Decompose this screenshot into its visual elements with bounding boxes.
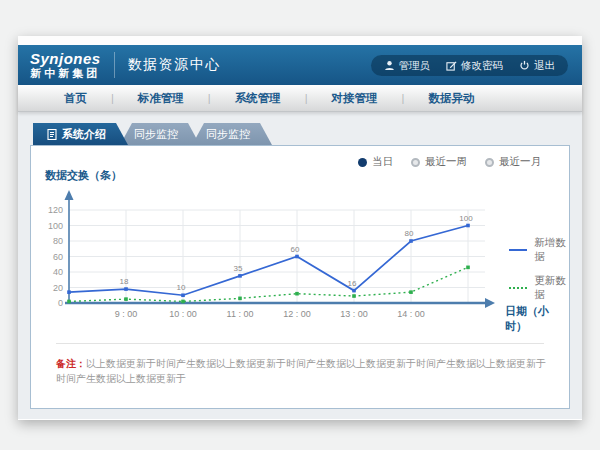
content-area: 系统介绍 同步监控 同步监控 当日 最近一周 xyxy=(18,112,582,419)
logo-text-en: Synjones xyxy=(30,51,101,66)
current-user-label: 管理员 xyxy=(399,59,431,73)
app-window: Synjones 新中新集团 数据资源中心 管理员 修改密码 xyxy=(18,36,582,420)
radio-last-week[interactable]: 最近一周 xyxy=(411,155,467,169)
footnote-text: 以上数据更新于时间产生数据以上数据更新于时间产生数据以上数据更新于时间产生数据以… xyxy=(56,358,546,384)
svg-text:40: 40 xyxy=(53,267,63,277)
power-icon xyxy=(519,60,530,71)
logout-button[interactable]: 退出 xyxy=(519,59,555,73)
nav-item-standards[interactable]: 标准管理 xyxy=(114,91,208,106)
legend-label: 更新数据 xyxy=(534,274,569,302)
svg-text:60: 60 xyxy=(53,252,63,262)
radio-unselected-icon[interactable] xyxy=(485,158,494,167)
page-title: 数据资源中心 xyxy=(128,56,221,74)
svg-text:80: 80 xyxy=(53,236,63,246)
radio-label: 最近一月 xyxy=(499,155,541,169)
y-axis-title: 数据交换（条） xyxy=(45,168,122,183)
company-logo: Synjones 新中新集团 xyxy=(30,51,101,79)
radio-label: 当日 xyxy=(372,155,393,169)
nav-item-home[interactable]: 首页 xyxy=(40,91,111,106)
chart-panel: 当日 最近一周 最近一月 数据交换（条） 0204060801001209 : … xyxy=(30,145,570,409)
svg-text:12 : 00: 12 : 00 xyxy=(283,309,311,319)
svg-text:9 : 00: 9 : 00 xyxy=(115,309,138,319)
svg-text:16: 16 xyxy=(348,279,357,288)
logo-text-cn: 新中新集团 xyxy=(30,68,100,79)
user-icon xyxy=(384,60,395,71)
nav-item-system[interactable]: 系统管理 xyxy=(211,91,305,106)
radio-unselected-icon[interactable] xyxy=(411,158,420,167)
svg-text:120: 120 xyxy=(48,205,63,215)
svg-text:10 : 00: 10 : 00 xyxy=(169,309,197,319)
current-user-button[interactable]: 管理员 xyxy=(384,59,431,73)
svg-text:60: 60 xyxy=(291,245,300,254)
tab-label: 系统介绍 xyxy=(62,123,106,145)
tab-label: 同步监控 xyxy=(134,128,178,140)
main-nav: 首页 | 标准管理 | 系统管理 | 对接管理 | 数据异动 xyxy=(18,85,582,112)
header: Synjones 新中新集团 数据资源中心 管理员 修改密码 xyxy=(18,45,582,85)
tab-sync-monitor-2[interactable]: 同步监控 xyxy=(192,123,272,145)
svg-text:35: 35 xyxy=(234,264,243,273)
change-password-button[interactable]: 修改密码 xyxy=(446,59,503,73)
radio-last-month[interactable]: 最近一月 xyxy=(485,155,541,169)
legend-label: 新增数据 xyxy=(534,236,569,264)
time-range-filter: 当日 最近一周 最近一月 xyxy=(358,155,541,169)
legend-item-updated-data: 更新数据 xyxy=(509,274,569,302)
nav-item-integration[interactable]: 对接管理 xyxy=(308,91,402,106)
tab-bar: 系统介绍 同步监控 同步监控 xyxy=(33,123,582,145)
logout-label: 退出 xyxy=(534,59,555,73)
user-toolbar: 管理员 修改密码 退出 xyxy=(371,55,569,76)
footnote-prefix: 备注： xyxy=(56,358,86,369)
header-divider xyxy=(114,52,115,78)
radio-selected-icon[interactable] xyxy=(358,158,367,167)
svg-text:100: 100 xyxy=(459,214,473,223)
window-top-strip xyxy=(18,36,582,45)
svg-text:11 : 00: 11 : 00 xyxy=(227,309,254,319)
chart-legend: 新增数据 更新数据 xyxy=(509,236,569,302)
radio-today[interactable]: 当日 xyxy=(358,155,393,169)
x-axis-title: 日期（小时） xyxy=(505,304,569,334)
change-password-label: 修改密码 xyxy=(461,59,503,73)
tab-label: 同步监控 xyxy=(206,128,250,140)
solid-line-icon xyxy=(509,249,527,251)
svg-text:0: 0 xyxy=(58,298,63,308)
svg-text:10: 10 xyxy=(177,283,186,292)
document-icon xyxy=(47,129,57,140)
svg-text:20: 20 xyxy=(53,283,63,293)
tab-sync-monitor-1[interactable]: 同步监控 xyxy=(120,123,200,145)
svg-text:13 : 00: 13 : 00 xyxy=(340,309,368,319)
svg-text:100: 100 xyxy=(48,221,63,231)
svg-text:18: 18 xyxy=(120,277,129,286)
footnote: 备注：以上数据更新于时间产生数据以上数据更新于时间产生数据以上数据更新于时间产生… xyxy=(56,356,551,386)
svg-text:14 : 00: 14 : 00 xyxy=(397,309,425,319)
note-divider xyxy=(56,343,544,344)
line-chart: 0204060801001209 : 0010 : 0011 : 0012 : … xyxy=(39,186,501,324)
tab-system-intro[interactable]: 系统介绍 xyxy=(33,123,128,145)
dotted-line-icon xyxy=(509,287,527,289)
svg-text:80: 80 xyxy=(405,229,414,238)
legend-item-new-data: 新增数据 xyxy=(509,236,569,264)
radio-label: 最近一周 xyxy=(425,155,467,169)
edit-icon xyxy=(446,60,457,71)
nav-item-data-changes[interactable]: 数据异动 xyxy=(404,91,498,106)
